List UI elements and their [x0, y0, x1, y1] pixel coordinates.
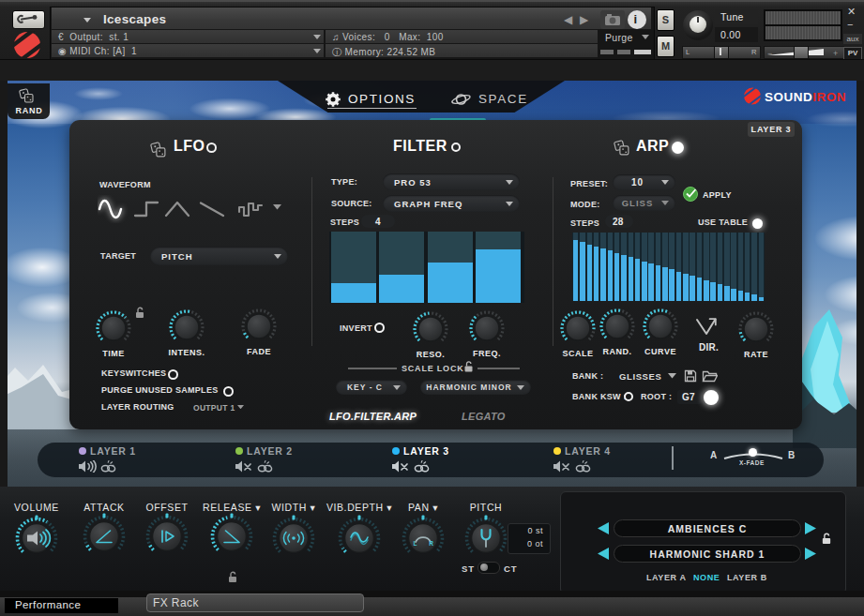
svg-text:L: L — [414, 540, 417, 547]
svg-text:R: R — [429, 540, 433, 547]
